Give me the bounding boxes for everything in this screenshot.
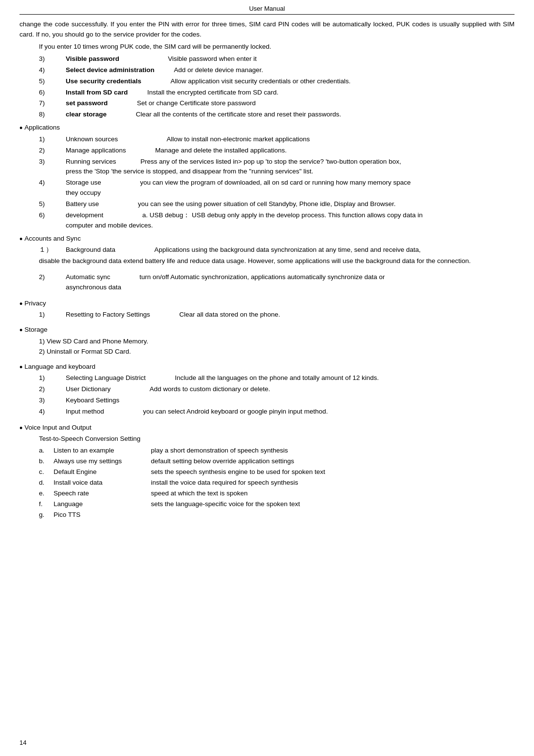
storage-item-1: 1) View SD Card and Phone Memory. [39,337,515,347]
item-num: 3) [39,54,66,64]
item-name: Install voice data [54,478,151,488]
section-title: Voice Input and Output [24,423,91,433]
item-num: 3) [39,396,66,406]
item-content: Visible passwordVisible password when en… [66,54,257,64]
section-title: Accounts and Sync [24,234,81,244]
section-title: Language and keyboard [24,362,95,372]
header-title: User Manual [249,5,285,12]
item-content: Running servicesPress any of the service… [66,157,401,167]
item-content: Manage applicationsManage and delete the… [66,146,287,156]
item-num: 4) [39,65,66,76]
voice-subtitle: Test-to-Speech Conversion Setting [39,434,515,444]
item-label: d. [39,478,54,488]
item-desc: play a short demonstration of speech syn… [151,446,288,456]
lang-item-3: 3) Keyboard Settings [39,396,515,406]
voice-item-b: b. Always use my settings default settin… [39,456,515,467]
app-item-2: 2) Manage applicationsManage and delete … [39,146,515,156]
item-content: Battery useyou can see the using power s… [66,199,396,209]
item-num: 3) [39,157,66,167]
bullet-dot: • [19,362,22,373]
app-item-1: 1) Unknown sourcesAllow to install non-e… [39,134,515,145]
security-items: 3) Visible passwordVisible password when… [39,54,515,120]
item-num: 1) [39,310,66,320]
item-content: Automatic syncturn on/off Automatic sync… [66,272,385,283]
item-num: 5) [39,199,66,209]
bullet-dot: • [19,123,22,134]
item-num: 2) [39,146,66,156]
item-label: e. [39,489,54,499]
item-continuation: press the 'Stop 'the service is stopped,… [66,167,515,177]
voice-title: • Voice Input and Output [19,423,515,434]
accounts-sync-title: • Accounts and Sync [19,234,515,245]
voice-item-e: e. Speech rate speed at which the text i… [39,489,515,499]
item-num: 1) [39,373,66,383]
app-item-6: 6) developmenta. USB debug： USB debug on… [39,210,515,231]
privacy-items: 1) Resetting to Factory SettingsClear al… [39,310,515,320]
item-name: Always use my settings [54,456,151,467]
item-content: clear storageClear all the contents of t… [66,110,341,120]
storage-section: • Storage 1) View SD Card and Phone Memo… [19,323,515,357]
bullet-dot: • [19,299,22,310]
app-item-3: 3) Running servicesPress any of the serv… [39,157,515,177]
item-content: Unknown sourcesAllow to install non-elec… [66,134,310,145]
item-name: Default Engine [54,467,151,477]
lang-item-4: 4) Input methodyou can select Android ke… [39,407,515,417]
page-header: User Manual [19,5,515,15]
page-number: 14 [19,739,26,746]
voice-item-d: d. Install voice data install the voice … [39,478,515,488]
accounts-sync-items: １） Background dataApplications using the… [39,245,515,293]
item-name: Speech rate [54,489,151,499]
item-content: Use security credentialsAllow applicatio… [66,76,350,87]
privacy-title: • Privacy [19,299,515,310]
storage-title: • Storage [19,325,515,336]
sync-item-2: 2) Automatic syncturn on/off Automatic s… [39,272,515,293]
lang-item-2: 2) User DictionaryAdd words to custom di… [39,384,515,395]
item-name: Listen to an example [54,446,151,456]
sync-item-1-para: disable the background data extend batte… [39,256,515,266]
item-num: 6) [39,88,66,98]
security-item-4: 4) Select device administrationAdd or de… [39,65,515,76]
bullet-dot: • [19,423,22,434]
security-item-5: 5) Use security credentialsAllow applica… [39,76,515,87]
item-label: b. [39,456,54,467]
item-desc: default setting below override applicati… [151,456,294,467]
item-num: 4) [39,178,66,188]
security-item-8: 8) clear storageClear all the contents o… [39,110,515,120]
item-num: 8) [39,110,66,120]
section-title: Storage [24,325,47,335]
intro-line1: change the code successfully. If you ent… [19,19,515,40]
language-keyboard-title: • Language and keyboard [19,362,515,373]
item-num: １） [39,245,66,255]
voice-item-a: a. Listen to an example play a short dem… [39,446,515,456]
item-label: g. [39,510,54,520]
storage-items: 1) View SD Card and Phone Memory. 2) Uni… [39,337,515,357]
item-num: 2) [39,272,66,283]
voice-item-c: c. Default Engine sets the speech synthe… [39,467,515,477]
item-content: Selecting Language DistrictInclude all t… [66,373,379,383]
item-label: c. [39,467,54,477]
sync-item-1: １） Background dataApplications using the… [39,245,515,255]
item-desc: install the voice data required for spee… [151,478,298,488]
section-title: Privacy [24,299,46,309]
item-desc: sets the speech synthesis engine to be u… [151,467,325,477]
item-num: 1) [39,134,66,145]
main-content: change the code successfully. If you ent… [19,19,515,520]
section-title: Applications [24,123,60,133]
applications-title: • Applications [19,123,515,134]
language-keyboard-items: 1) Selecting Language DistrictInclude al… [39,373,515,417]
item-content: Install from SD cardInstall the encrypte… [66,88,278,98]
security-item-3: 3) Visible passwordVisible password when… [39,54,515,64]
applications-section: • Applications 1) Unknown sourcesAllow t… [19,123,515,231]
item-label: f. [39,499,54,510]
security-item-6: 6) Install from SD cardInstall the encry… [39,88,515,98]
item-content: Background dataApplications using the ba… [66,245,421,255]
voice-section: • Voice Input and Output Test-to-Speech … [19,420,515,520]
applications-items: 1) Unknown sourcesAllow to install non-e… [39,134,515,231]
item-content: set passwordSet or change Certificate st… [66,98,256,109]
item-content: User DictionaryAdd words to custom dicti… [66,384,270,395]
item-name: Language [54,499,151,510]
app-item-5: 5) Battery useyou can see the using powe… [39,199,515,209]
intro-line2: If you enter 10 times wrong PUK code, th… [39,42,515,52]
privacy-section: • Privacy 1) Resetting to Factory Settin… [19,296,515,320]
accounts-sync-section: • Accounts and Sync １） Background dataAp… [19,234,515,293]
